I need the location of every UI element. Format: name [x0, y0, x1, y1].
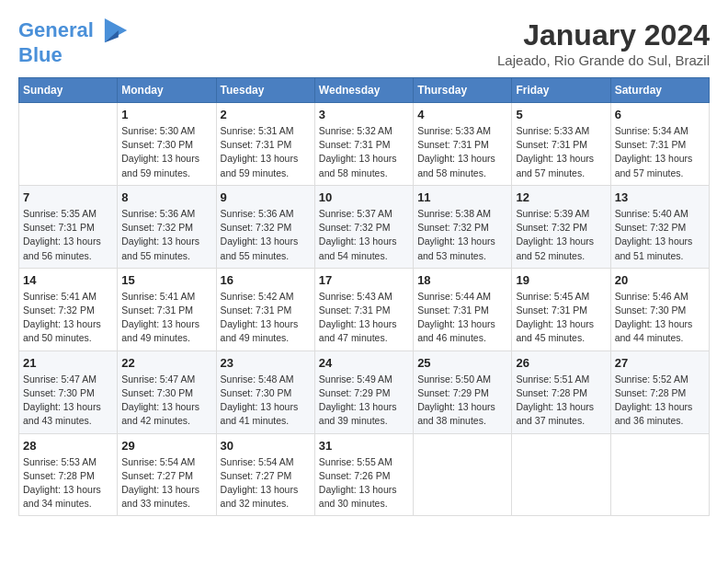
- calendar-cell: 4Sunrise: 5:33 AMSunset: 7:31 PMDaylight…: [414, 103, 512, 186]
- calendar-cell: 25Sunrise: 5:50 AMSunset: 7:29 PMDayligh…: [414, 350, 512, 433]
- weekday-header: Wednesday: [314, 78, 413, 103]
- day-number: 5: [516, 108, 606, 121]
- day-number: 14: [23, 273, 113, 287]
- day-number: 24: [319, 356, 409, 370]
- day-number: 19: [516, 273, 606, 287]
- day-info: Sunrise: 5:45 AMSunset: 7:31 PMDaylight:…: [516, 290, 606, 346]
- day-info: Sunrise: 5:51 AMSunset: 7:28 PMDaylight:…: [516, 373, 606, 429]
- day-info: Sunrise: 5:36 AMSunset: 7:32 PMDaylight:…: [221, 207, 311, 263]
- day-number: 15: [121, 273, 211, 287]
- day-number: 27: [615, 356, 705, 370]
- day-number: 11: [417, 190, 507, 204]
- day-number: 2: [221, 108, 311, 121]
- day-info: Sunrise: 5:47 AMSunset: 7:30 PMDaylight:…: [121, 373, 211, 429]
- day-info: Sunrise: 5:52 AMSunset: 7:28 PMDaylight:…: [615, 373, 705, 429]
- day-number: 10: [319, 190, 409, 204]
- calendar-cell: 16Sunrise: 5:42 AMSunset: 7:31 PMDayligh…: [216, 268, 314, 350]
- calendar-cell: 29Sunrise: 5:54 AMSunset: 7:27 PMDayligh…: [118, 433, 216, 516]
- calendar-cell: 11Sunrise: 5:38 AMSunset: 7:32 PMDayligh…: [414, 185, 512, 268]
- calendar-cell: 14Sunrise: 5:41 AMSunset: 7:32 PMDayligh…: [19, 268, 118, 350]
- calendar-cell: [19, 103, 118, 186]
- logo-icon: [103, 18, 129, 44]
- calendar-header: SundayMondayTuesdayWednesdayThursdayFrid…: [19, 78, 710, 103]
- weekday-header: Monday: [118, 78, 216, 103]
- day-info: Sunrise: 5:34 AMSunset: 7:31 PMDaylight:…: [615, 124, 705, 180]
- day-info: Sunrise: 5:41 AMSunset: 7:32 PMDaylight:…: [23, 290, 113, 346]
- day-number: 20: [615, 273, 705, 287]
- location: Lajeado, Rio Grande do Sul, Brazil: [497, 52, 710, 68]
- day-info: Sunrise: 5:33 AMSunset: 7:31 PMDaylight:…: [516, 124, 606, 180]
- day-number: 31: [319, 439, 409, 453]
- day-number: 30: [221, 439, 311, 453]
- calendar-cell: 10Sunrise: 5:37 AMSunset: 7:32 PMDayligh…: [314, 185, 413, 268]
- calendar-cell: 2Sunrise: 5:31 AMSunset: 7:31 PMDaylight…: [216, 103, 314, 186]
- day-number: 26: [516, 356, 606, 370]
- day-info: Sunrise: 5:35 AMSunset: 7:31 PMDaylight:…: [23, 207, 113, 263]
- day-info: Sunrise: 5:49 AMSunset: 7:29 PMDaylight:…: [319, 373, 409, 429]
- day-number: 3: [319, 108, 409, 121]
- logo-blue: Blue: [18, 43, 63, 66]
- calendar-cell: 12Sunrise: 5:39 AMSunset: 7:32 PMDayligh…: [512, 185, 610, 268]
- day-number: 12: [516, 190, 606, 204]
- calendar-cell: 24Sunrise: 5:49 AMSunset: 7:29 PMDayligh…: [314, 350, 413, 433]
- day-info: Sunrise: 5:32 AMSunset: 7:31 PMDaylight:…: [319, 124, 409, 180]
- calendar-cell: 31Sunrise: 5:55 AMSunset: 7:26 PMDayligh…: [314, 433, 413, 516]
- weekday-header: Saturday: [610, 78, 709, 103]
- day-info: Sunrise: 5:43 AMSunset: 7:31 PMDaylight:…: [319, 290, 409, 346]
- day-number: 25: [417, 356, 507, 370]
- calendar-cell: 5Sunrise: 5:33 AMSunset: 7:31 PMDaylight…: [512, 103, 610, 186]
- logo: General Blue: [18, 18, 129, 66]
- day-info: Sunrise: 5:30 AMSunset: 7:30 PMDaylight:…: [121, 124, 211, 180]
- day-number: 13: [615, 190, 705, 204]
- calendar-cell: 15Sunrise: 5:41 AMSunset: 7:31 PMDayligh…: [118, 268, 216, 350]
- calendar-cell: 19Sunrise: 5:45 AMSunset: 7:31 PMDayligh…: [512, 268, 610, 350]
- day-info: Sunrise: 5:39 AMSunset: 7:32 PMDaylight:…: [516, 207, 606, 263]
- calendar-cell: 27Sunrise: 5:52 AMSunset: 7:28 PMDayligh…: [610, 350, 709, 433]
- day-number: 22: [121, 356, 211, 370]
- svg-marker-0: [105, 18, 127, 42]
- calendar-row: 1Sunrise: 5:30 AMSunset: 7:30 PMDaylight…: [19, 103, 710, 186]
- title-block: January 2024 Lajeado, Rio Grande do Sul,…: [497, 18, 710, 68]
- calendar-cell: 9Sunrise: 5:36 AMSunset: 7:32 PMDaylight…: [216, 185, 314, 268]
- calendar-cell: 22Sunrise: 5:47 AMSunset: 7:30 PMDayligh…: [118, 350, 216, 433]
- day-number: 21: [23, 356, 113, 370]
- day-number: 29: [121, 439, 211, 453]
- weekday-header: Thursday: [414, 78, 512, 103]
- day-number: 4: [417, 108, 507, 121]
- calendar-cell: 30Sunrise: 5:54 AMSunset: 7:27 PMDayligh…: [216, 433, 314, 516]
- logo-general: General: [18, 18, 94, 41]
- day-info: Sunrise: 5:46 AMSunset: 7:30 PMDaylight:…: [615, 290, 705, 346]
- day-info: Sunrise: 5:41 AMSunset: 7:31 PMDaylight:…: [121, 290, 211, 346]
- weekday-header: Tuesday: [216, 78, 314, 103]
- day-number: 18: [417, 273, 507, 287]
- day-info: Sunrise: 5:37 AMSunset: 7:32 PMDaylight:…: [319, 207, 409, 263]
- calendar-table: SundayMondayTuesdayWednesdayThursdayFrid…: [18, 77, 710, 516]
- day-number: 16: [221, 273, 311, 287]
- month-title: January 2024: [497, 18, 710, 52]
- weekday-header: Sunday: [19, 78, 118, 103]
- calendar-cell: [610, 433, 709, 516]
- calendar-cell: [414, 433, 512, 516]
- calendar-body: 1Sunrise: 5:30 AMSunset: 7:30 PMDaylight…: [19, 103, 710, 516]
- day-info: Sunrise: 5:42 AMSunset: 7:31 PMDaylight:…: [221, 290, 311, 346]
- day-info: Sunrise: 5:38 AMSunset: 7:32 PMDaylight:…: [417, 207, 507, 263]
- calendar-cell: [512, 433, 610, 516]
- calendar-cell: 21Sunrise: 5:47 AMSunset: 7:30 PMDayligh…: [19, 350, 118, 433]
- day-info: Sunrise: 5:44 AMSunset: 7:31 PMDaylight:…: [417, 290, 507, 346]
- day-info: Sunrise: 5:48 AMSunset: 7:30 PMDaylight:…: [221, 373, 311, 429]
- calendar-cell: 20Sunrise: 5:46 AMSunset: 7:30 PMDayligh…: [610, 268, 709, 350]
- day-info: Sunrise: 5:50 AMSunset: 7:29 PMDaylight:…: [417, 373, 507, 429]
- day-info: Sunrise: 5:36 AMSunset: 7:32 PMDaylight:…: [121, 207, 211, 263]
- calendar-row: 21Sunrise: 5:47 AMSunset: 7:30 PMDayligh…: [19, 350, 710, 433]
- calendar-cell: 7Sunrise: 5:35 AMSunset: 7:31 PMDaylight…: [19, 185, 118, 268]
- calendar-cell: 3Sunrise: 5:32 AMSunset: 7:31 PMDaylight…: [314, 103, 413, 186]
- day-info: Sunrise: 5:53 AMSunset: 7:28 PMDaylight:…: [23, 455, 113, 511]
- calendar-row: 14Sunrise: 5:41 AMSunset: 7:32 PMDayligh…: [19, 268, 710, 350]
- calendar-cell: 23Sunrise: 5:48 AMSunset: 7:30 PMDayligh…: [216, 350, 314, 433]
- calendar-row: 7Sunrise: 5:35 AMSunset: 7:31 PMDaylight…: [19, 185, 710, 268]
- day-info: Sunrise: 5:54 AMSunset: 7:27 PMDaylight:…: [221, 455, 311, 511]
- day-number: 8: [121, 190, 211, 204]
- day-info: Sunrise: 5:55 AMSunset: 7:26 PMDaylight:…: [319, 455, 409, 511]
- day-number: 17: [319, 273, 409, 287]
- calendar-cell: 18Sunrise: 5:44 AMSunset: 7:31 PMDayligh…: [414, 268, 512, 350]
